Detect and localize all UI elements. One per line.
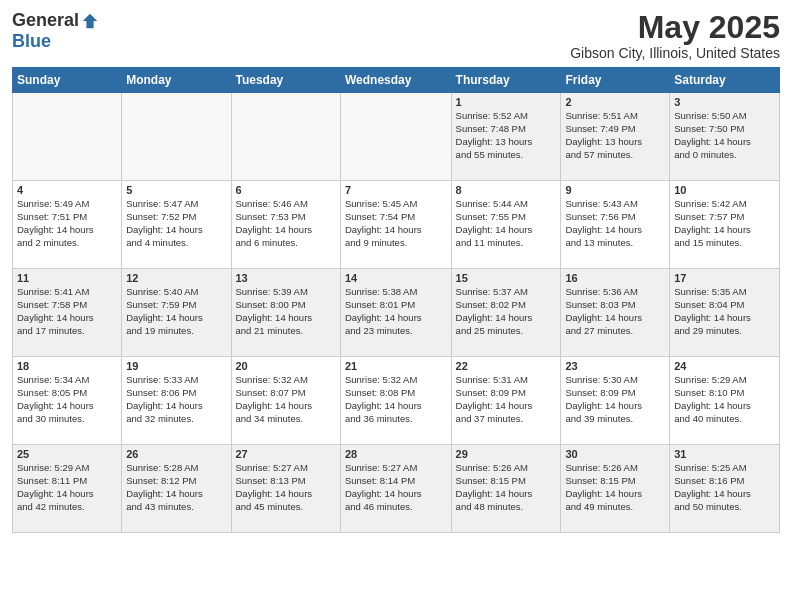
logo: General Blue xyxy=(12,10,99,52)
calendar-day-header: Sunday xyxy=(13,68,122,93)
calendar-cell: 8Sunrise: 5:44 AM Sunset: 7:55 PM Daylig… xyxy=(451,181,561,269)
day-info: Sunrise: 5:27 AM Sunset: 8:14 PM Dayligh… xyxy=(345,462,447,513)
calendar-cell: 29Sunrise: 5:26 AM Sunset: 8:15 PM Dayli… xyxy=(451,445,561,533)
logo-icon xyxy=(81,12,99,30)
page: General Blue May 2025 Gibson City, Illin… xyxy=(0,0,792,612)
day-info: Sunrise: 5:40 AM Sunset: 7:59 PM Dayligh… xyxy=(126,286,226,337)
main-title: May 2025 xyxy=(570,10,780,45)
day-number: 9 xyxy=(565,184,665,196)
calendar-cell: 22Sunrise: 5:31 AM Sunset: 8:09 PM Dayli… xyxy=(451,357,561,445)
calendar-cell: 23Sunrise: 5:30 AM Sunset: 8:09 PM Dayli… xyxy=(561,357,670,445)
calendar-table: SundayMondayTuesdayWednesdayThursdayFrid… xyxy=(12,67,780,533)
day-info: Sunrise: 5:45 AM Sunset: 7:54 PM Dayligh… xyxy=(345,198,447,249)
calendar-day-header: Wednesday xyxy=(340,68,451,93)
day-info: Sunrise: 5:30 AM Sunset: 8:09 PM Dayligh… xyxy=(565,374,665,425)
day-number: 26 xyxy=(126,448,226,460)
day-number: 2 xyxy=(565,96,665,108)
calendar-cell: 11Sunrise: 5:41 AM Sunset: 7:58 PM Dayli… xyxy=(13,269,122,357)
day-info: Sunrise: 5:42 AM Sunset: 7:57 PM Dayligh… xyxy=(674,198,775,249)
calendar-cell: 5Sunrise: 5:47 AM Sunset: 7:52 PM Daylig… xyxy=(122,181,231,269)
calendar-cell: 15Sunrise: 5:37 AM Sunset: 8:02 PM Dayli… xyxy=(451,269,561,357)
calendar-week-row: 18Sunrise: 5:34 AM Sunset: 8:05 PM Dayli… xyxy=(13,357,780,445)
calendar-cell xyxy=(122,93,231,181)
day-info: Sunrise: 5:49 AM Sunset: 7:51 PM Dayligh… xyxy=(17,198,117,249)
day-info: Sunrise: 5:26 AM Sunset: 8:15 PM Dayligh… xyxy=(456,462,557,513)
day-info: Sunrise: 5:50 AM Sunset: 7:50 PM Dayligh… xyxy=(674,110,775,161)
day-number: 13 xyxy=(236,272,336,284)
day-info: Sunrise: 5:41 AM Sunset: 7:58 PM Dayligh… xyxy=(17,286,117,337)
calendar-day-header: Friday xyxy=(561,68,670,93)
svg-marker-0 xyxy=(83,13,97,27)
day-number: 8 xyxy=(456,184,557,196)
calendar-cell: 19Sunrise: 5:33 AM Sunset: 8:06 PM Dayli… xyxy=(122,357,231,445)
calendar-cell: 13Sunrise: 5:39 AM Sunset: 8:00 PM Dayli… xyxy=(231,269,340,357)
day-number: 25 xyxy=(17,448,117,460)
calendar-cell: 2Sunrise: 5:51 AM Sunset: 7:49 PM Daylig… xyxy=(561,93,670,181)
title-block: May 2025 Gibson City, Illinois, United S… xyxy=(570,10,780,61)
calendar-day-header: Tuesday xyxy=(231,68,340,93)
day-number: 21 xyxy=(345,360,447,372)
day-number: 4 xyxy=(17,184,117,196)
day-number: 5 xyxy=(126,184,226,196)
day-info: Sunrise: 5:44 AM Sunset: 7:55 PM Dayligh… xyxy=(456,198,557,249)
day-number: 28 xyxy=(345,448,447,460)
calendar-cell xyxy=(13,93,122,181)
day-info: Sunrise: 5:32 AM Sunset: 8:08 PM Dayligh… xyxy=(345,374,447,425)
day-number: 27 xyxy=(236,448,336,460)
calendar-cell: 14Sunrise: 5:38 AM Sunset: 8:01 PM Dayli… xyxy=(340,269,451,357)
day-info: Sunrise: 5:27 AM Sunset: 8:13 PM Dayligh… xyxy=(236,462,336,513)
calendar-cell: 20Sunrise: 5:32 AM Sunset: 8:07 PM Dayli… xyxy=(231,357,340,445)
day-number: 23 xyxy=(565,360,665,372)
calendar-cell: 4Sunrise: 5:49 AM Sunset: 7:51 PM Daylig… xyxy=(13,181,122,269)
day-number: 11 xyxy=(17,272,117,284)
calendar-week-row: 4Sunrise: 5:49 AM Sunset: 7:51 PM Daylig… xyxy=(13,181,780,269)
day-info: Sunrise: 5:38 AM Sunset: 8:01 PM Dayligh… xyxy=(345,286,447,337)
calendar-cell: 9Sunrise: 5:43 AM Sunset: 7:56 PM Daylig… xyxy=(561,181,670,269)
day-info: Sunrise: 5:33 AM Sunset: 8:06 PM Dayligh… xyxy=(126,374,226,425)
day-info: Sunrise: 5:43 AM Sunset: 7:56 PM Dayligh… xyxy=(565,198,665,249)
calendar-cell xyxy=(340,93,451,181)
logo-blue-text: Blue xyxy=(12,31,51,52)
logo-general: General xyxy=(12,10,79,31)
calendar-cell: 12Sunrise: 5:40 AM Sunset: 7:59 PM Dayli… xyxy=(122,269,231,357)
calendar-cell xyxy=(231,93,340,181)
day-info: Sunrise: 5:32 AM Sunset: 8:07 PM Dayligh… xyxy=(236,374,336,425)
calendar-cell: 1Sunrise: 5:52 AM Sunset: 7:48 PM Daylig… xyxy=(451,93,561,181)
day-number: 3 xyxy=(674,96,775,108)
day-number: 30 xyxy=(565,448,665,460)
day-info: Sunrise: 5:25 AM Sunset: 8:16 PM Dayligh… xyxy=(674,462,775,513)
day-info: Sunrise: 5:39 AM Sunset: 8:00 PM Dayligh… xyxy=(236,286,336,337)
calendar-week-row: 11Sunrise: 5:41 AM Sunset: 7:58 PM Dayli… xyxy=(13,269,780,357)
day-number: 16 xyxy=(565,272,665,284)
calendar-cell: 17Sunrise: 5:35 AM Sunset: 8:04 PM Dayli… xyxy=(670,269,780,357)
day-number: 19 xyxy=(126,360,226,372)
logo-text: General xyxy=(12,10,99,31)
day-number: 24 xyxy=(674,360,775,372)
logo-blue: Blue xyxy=(12,31,51,51)
subtitle: Gibson City, Illinois, United States xyxy=(570,45,780,61)
calendar-cell: 21Sunrise: 5:32 AM Sunset: 8:08 PM Dayli… xyxy=(340,357,451,445)
calendar-day-header: Thursday xyxy=(451,68,561,93)
day-info: Sunrise: 5:51 AM Sunset: 7:49 PM Dayligh… xyxy=(565,110,665,161)
day-info: Sunrise: 5:28 AM Sunset: 8:12 PM Dayligh… xyxy=(126,462,226,513)
calendar-cell: 30Sunrise: 5:26 AM Sunset: 8:15 PM Dayli… xyxy=(561,445,670,533)
calendar-cell: 6Sunrise: 5:46 AM Sunset: 7:53 PM Daylig… xyxy=(231,181,340,269)
day-number: 6 xyxy=(236,184,336,196)
day-info: Sunrise: 5:47 AM Sunset: 7:52 PM Dayligh… xyxy=(126,198,226,249)
calendar-cell: 27Sunrise: 5:27 AM Sunset: 8:13 PM Dayli… xyxy=(231,445,340,533)
day-number: 29 xyxy=(456,448,557,460)
day-info: Sunrise: 5:34 AM Sunset: 8:05 PM Dayligh… xyxy=(17,374,117,425)
calendar-cell: 10Sunrise: 5:42 AM Sunset: 7:57 PM Dayli… xyxy=(670,181,780,269)
calendar-cell: 26Sunrise: 5:28 AM Sunset: 8:12 PM Dayli… xyxy=(122,445,231,533)
calendar-week-row: 1Sunrise: 5:52 AM Sunset: 7:48 PM Daylig… xyxy=(13,93,780,181)
day-number: 7 xyxy=(345,184,447,196)
calendar-day-header: Monday xyxy=(122,68,231,93)
day-info: Sunrise: 5:52 AM Sunset: 7:48 PM Dayligh… xyxy=(456,110,557,161)
day-number: 15 xyxy=(456,272,557,284)
day-number: 17 xyxy=(674,272,775,284)
day-info: Sunrise: 5:29 AM Sunset: 8:10 PM Dayligh… xyxy=(674,374,775,425)
calendar-cell: 16Sunrise: 5:36 AM Sunset: 8:03 PM Dayli… xyxy=(561,269,670,357)
day-info: Sunrise: 5:26 AM Sunset: 8:15 PM Dayligh… xyxy=(565,462,665,513)
day-info: Sunrise: 5:46 AM Sunset: 7:53 PM Dayligh… xyxy=(236,198,336,249)
header: General Blue May 2025 Gibson City, Illin… xyxy=(12,10,780,61)
